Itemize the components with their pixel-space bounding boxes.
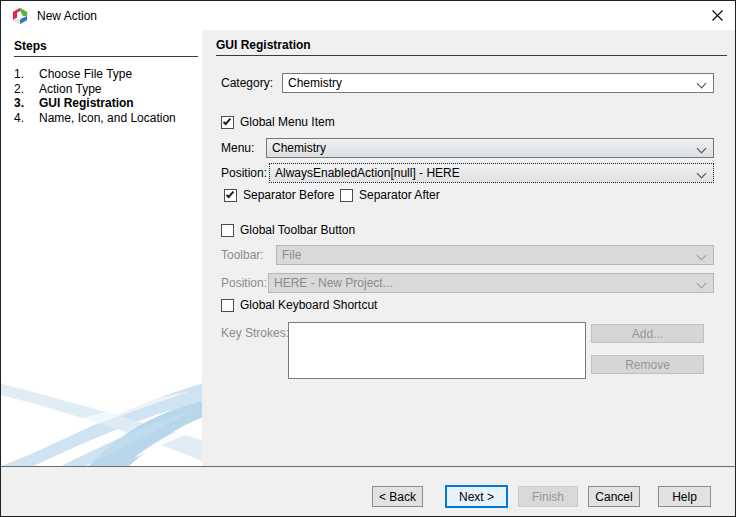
wizard-watermark-graphic bbox=[1, 371, 202, 466]
toolbar-position-combobox: HERE - New Project... bbox=[268, 273, 714, 293]
category-label: Category: bbox=[221, 76, 273, 90]
global-toolbar-button-checkbox[interactable] bbox=[221, 224, 234, 237]
chevron-down-icon bbox=[697, 169, 707, 179]
chevron-down-icon bbox=[697, 79, 707, 89]
step-item-gui-registration: 3. GUI Registration bbox=[14, 96, 199, 111]
global-keyboard-shortcut-checkbox[interactable] bbox=[221, 299, 234, 312]
close-button[interactable] bbox=[699, 1, 735, 30]
toolbar-position-value: HERE - New Project... bbox=[274, 276, 393, 290]
separator-after-checkbox[interactable] bbox=[340, 189, 353, 202]
menu-position-label: Position: bbox=[221, 166, 267, 180]
category-combobox[interactable]: Chemistry bbox=[282, 73, 714, 93]
category-value: Chemistry bbox=[288, 76, 342, 90]
separator-before-row: Separator Before bbox=[224, 188, 334, 202]
remove-button: Remove bbox=[591, 355, 704, 374]
separator-before-checkbox[interactable] bbox=[224, 189, 237, 202]
panel-title: GUI Registration bbox=[216, 38, 311, 52]
toolbar-combobox: File bbox=[276, 245, 714, 265]
step-number: 3. bbox=[14, 96, 39, 111]
key-strokes-list[interactable] bbox=[288, 322, 586, 379]
add-button: Add... bbox=[591, 324, 704, 343]
next-button[interactable]: Next > bbox=[445, 485, 508, 508]
steps-heading: Steps bbox=[14, 39, 47, 53]
netbeans-logo-icon bbox=[12, 8, 28, 24]
toolbar-position-label: Position: bbox=[221, 276, 267, 290]
toolbar-label: Toolbar: bbox=[221, 248, 264, 262]
checkmark-icon bbox=[226, 189, 234, 198]
new-action-wizard-dialog: New Action Steps 1. Choose File Type 2. … bbox=[0, 0, 736, 517]
step-item-choose-file-type: 1. Choose File Type bbox=[14, 67, 199, 82]
global-toolbar-button-row: Global Toolbar Button bbox=[221, 223, 355, 237]
step-label: Name, Icon, and Location bbox=[39, 111, 176, 126]
step-item-action-type: 2. Action Type bbox=[14, 82, 199, 97]
finish-button: Finish bbox=[518, 486, 578, 507]
global-menu-item-checkbox[interactable] bbox=[221, 116, 234, 129]
menu-position-combobox[interactable]: AlwaysEnabledAction[null] - HERE bbox=[269, 163, 714, 183]
menu-label: Menu: bbox=[221, 141, 254, 155]
steps-panel: Steps 1. Choose File Type 2. Action Type… bbox=[1, 30, 202, 466]
global-keyboard-shortcut-label: Global Keyboard Shortcut bbox=[240, 298, 377, 312]
step-item-name-icon-location: 4. Name, Icon, and Location bbox=[14, 111, 199, 126]
gui-registration-panel: GUI Registration Category: Chemistry Glo… bbox=[202, 30, 735, 466]
separator-after-row: Separator After bbox=[340, 188, 440, 202]
separator-after-label: Separator After bbox=[359, 188, 440, 202]
step-number: 1. bbox=[14, 67, 39, 82]
panel-title-underline bbox=[216, 55, 727, 56]
toolbar-value: File bbox=[282, 248, 301, 262]
global-menu-item-label: Global Menu Item bbox=[240, 115, 335, 129]
step-label: Action Type bbox=[39, 82, 101, 97]
window-title: New Action bbox=[37, 9, 97, 23]
step-label: Choose File Type bbox=[39, 67, 132, 82]
global-keyboard-shortcut-row: Global Keyboard Shortcut bbox=[221, 298, 377, 312]
chevron-down-icon bbox=[697, 279, 707, 289]
close-icon bbox=[712, 10, 723, 21]
menu-combobox[interactable]: Chemistry bbox=[266, 138, 714, 158]
steps-heading-underline bbox=[14, 56, 198, 57]
chevron-down-icon bbox=[697, 144, 707, 154]
back-button[interactable]: < Back bbox=[372, 486, 423, 507]
menu-value: Chemistry bbox=[272, 141, 326, 155]
steps-list: 1. Choose File Type 2. Action Type 3. GU… bbox=[14, 67, 199, 126]
key-strokes-label: Key Strokes: bbox=[221, 326, 289, 340]
checkmark-icon bbox=[223, 116, 231, 125]
wizard-button-bar: < Back Next > Finish Cancel Help bbox=[1, 466, 735, 516]
global-menu-item-row: Global Menu Item bbox=[221, 115, 335, 129]
separator-before-label: Separator Before bbox=[243, 188, 334, 202]
global-toolbar-button-label: Global Toolbar Button bbox=[240, 223, 355, 237]
cancel-button[interactable]: Cancel bbox=[588, 486, 640, 507]
chevron-down-icon bbox=[697, 251, 707, 261]
title-bar: New Action bbox=[1, 1, 735, 30]
step-label: GUI Registration bbox=[39, 96, 134, 111]
menu-position-value: AlwaysEnabledAction[null] - HERE bbox=[275, 166, 460, 180]
help-button[interactable]: Help bbox=[658, 486, 711, 507]
step-number: 4. bbox=[14, 111, 39, 126]
step-number: 2. bbox=[14, 82, 39, 97]
